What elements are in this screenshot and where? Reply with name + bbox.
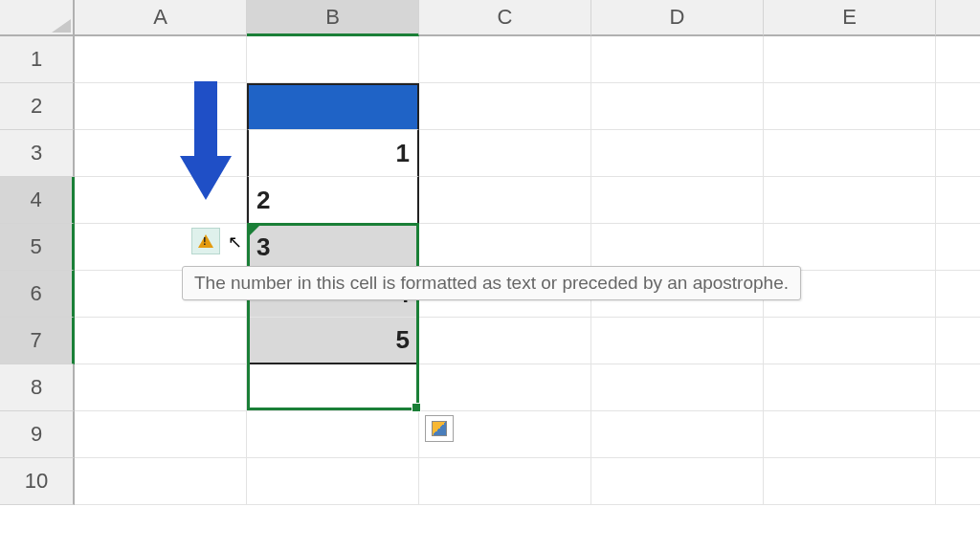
cell-B1[interactable] [247, 36, 419, 83]
cell-E9[interactable] [764, 411, 936, 458]
col-header-B[interactable]: B [247, 0, 419, 36]
cell-D1[interactable] [591, 36, 764, 83]
cell-A7[interactable] [75, 318, 247, 364]
cell-D8[interactable] [591, 364, 764, 411]
cell-E3[interactable] [764, 130, 936, 177]
cell-D5[interactable] [591, 224, 764, 271]
cell-A8[interactable] [75, 364, 247, 411]
row-header-3[interactable]: 3 [0, 130, 75, 177]
col-header-D[interactable]: D [591, 0, 764, 36]
cell-C7[interactable] [419, 318, 591, 364]
cell-E10[interactable] [764, 458, 936, 505]
cell-B4[interactable]: 2 [247, 177, 419, 224]
row-header-6[interactable]: 6 [0, 271, 75, 318]
cell-F3[interactable] [936, 130, 980, 177]
cell-F5[interactable] [936, 224, 980, 271]
cell-E7[interactable] [764, 318, 936, 364]
cell-B10[interactable] [247, 458, 419, 505]
row-header-2[interactable]: 2 [0, 83, 75, 130]
cell-B3[interactable]: 1 [247, 130, 419, 177]
paste-options-button[interactable] [425, 415, 454, 442]
row-header-9[interactable]: 9 [0, 411, 75, 458]
warning-triangle-icon [198, 234, 213, 248]
cell-A5[interactable] [75, 224, 247, 271]
cell-C4[interactable] [419, 177, 591, 224]
cell-F8[interactable] [936, 364, 980, 411]
row-header-4[interactable]: 4 [0, 177, 75, 224]
col-header-E[interactable]: E [764, 0, 936, 36]
cell-C3[interactable] [419, 130, 591, 177]
row-header-10[interactable]: 10 [0, 458, 75, 505]
cell-C5[interactable] [419, 224, 591, 271]
cell-F6[interactable] [936, 271, 980, 318]
error-smart-tag[interactable] [191, 228, 220, 254]
cell-D2[interactable] [591, 83, 764, 130]
cell-B7[interactable]: 5 [247, 318, 419, 364]
cell-E1[interactable] [764, 36, 936, 83]
annotation-arrow [182, 81, 230, 206]
cell-F1[interactable] [936, 36, 980, 83]
cell-C10[interactable] [419, 458, 591, 505]
cell-B8[interactable] [247, 364, 419, 411]
col-header-blank[interactable] [936, 0, 980, 36]
cell-C1[interactable] [419, 36, 591, 83]
cell-B9[interactable] [247, 411, 419, 458]
cell-A1[interactable] [75, 36, 247, 83]
cell-F10[interactable] [936, 458, 980, 505]
cell-D9[interactable] [591, 411, 764, 458]
cell-F4[interactable] [936, 177, 980, 224]
cell-D3[interactable] [591, 130, 764, 177]
cell-B4-value: 2 [256, 186, 270, 215]
cell-E5[interactable] [764, 224, 936, 271]
cell-A9[interactable] [75, 411, 247, 458]
cell-E8[interactable] [764, 364, 936, 411]
select-all-corner[interactable] [0, 0, 75, 36]
cell-E2[interactable] [764, 83, 936, 130]
cell-A10[interactable] [75, 458, 247, 505]
col-header-A[interactable]: A [75, 0, 247, 36]
worksheet-grid[interactable]: A B C D E 1 2 3 1 4 2 5 3 6 4 7 5 [0, 0, 980, 505]
row-header-5[interactable]: 5 [0, 224, 75, 271]
cell-F2[interactable] [936, 83, 980, 130]
cell-B5[interactable]: 3 [247, 224, 419, 271]
row-header-7[interactable]: 7 [0, 318, 75, 364]
cell-C8[interactable] [419, 364, 591, 411]
paste-options-icon [432, 421, 447, 436]
cell-B2[interactable] [247, 83, 419, 130]
row-header-8[interactable]: 8 [0, 364, 75, 411]
cell-D10[interactable] [591, 458, 764, 505]
error-tooltip: The number in this cell is formatted as … [182, 266, 801, 300]
row-header-1[interactable]: 1 [0, 36, 75, 83]
cell-F9[interactable] [936, 411, 980, 458]
cell-F7[interactable] [936, 318, 980, 364]
cell-C2[interactable] [419, 83, 591, 130]
col-header-C[interactable]: C [419, 0, 591, 36]
text-format-indicator-icon [249, 225, 260, 236]
cell-D7[interactable] [591, 318, 764, 364]
cell-D4[interactable] [591, 177, 764, 224]
cell-E4[interactable] [764, 177, 936, 224]
